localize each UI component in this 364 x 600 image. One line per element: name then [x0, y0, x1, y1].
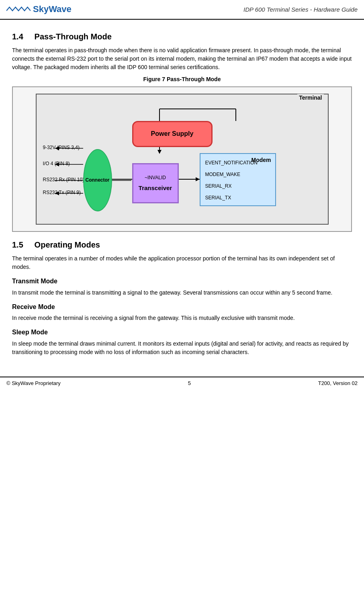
- terminal-box: Terminal: [36, 94, 329, 225]
- diagram-svg: [43, 101, 321, 217]
- pin-label-rs232tx: RS232 Tx (PIN 9): [43, 189, 81, 196]
- page-footer: © SkyWave Proprietary 5 T200, Version 02: [0, 377, 364, 389]
- pin-label-rs232rx: RS232 Rx (PIN 10): [43, 176, 84, 183]
- connector-label: Connector: [86, 177, 110, 184]
- sleep-mode-heading: Sleep Mode: [12, 328, 352, 337]
- section-1-5-body: The terminal operates in a number of mod…: [12, 254, 352, 271]
- signal-serial-tx: SERIAL_TX: [205, 195, 270, 201]
- footer-left: © SkyWave Proprietary: [6, 380, 61, 387]
- section-1-4-heading: 1.4 Pass-Through Mode: [12, 31, 352, 42]
- connector-ellipse: Connector: [83, 149, 112, 211]
- signal-serial-rx: SERIAL_RX: [205, 183, 270, 190]
- footer-center: 5: [188, 380, 191, 387]
- figure-7: Terminal: [12, 86, 352, 232]
- page-header: SkyWave IDP 600 Terminal Series - Hardwa…: [0, 0, 364, 20]
- modem-label: Modem: [252, 156, 271, 164]
- power-supply-label: Power Supply: [151, 130, 194, 137]
- modem-box: Modem EVENT_NOTIFICATION MODEM_WAKE SERI…: [200, 153, 276, 206]
- footer-right: T200, Version 02: [318, 380, 358, 387]
- transceiver-label: Transceiver: [139, 184, 172, 192]
- figure-caption: Figure 7 Pass-Through Mode: [12, 76, 352, 84]
- pin-label-io4: I/O 4 (PIN 8): [43, 160, 70, 167]
- logo: SkyWave: [6, 3, 72, 16]
- transmit-mode-body: In transmit mode the terminal is transmi…: [12, 289, 352, 297]
- page-body: 1.4 Pass-Through Mode The terminal opera…: [0, 23, 364, 369]
- receive-mode-heading: Receive Mode: [12, 303, 352, 311]
- receive-mode-body: In receive mode the terminal is receivin…: [12, 314, 352, 322]
- transceiver-invalid: ~INVALID: [145, 174, 166, 181]
- transceiver-box: ~INVALID Transceiver: [132, 163, 179, 203]
- pin-label-9-32v: 9-32V (PINS 3,4): [43, 144, 80, 151]
- svg-marker-1: [157, 150, 162, 154]
- logo-text: SkyWave: [33, 3, 72, 16]
- sleep-mode-body: In sleep mode the terminal draws minimal…: [12, 340, 352, 356]
- document-title: IDP 600 Terminal Series - Hardware Guide: [243, 5, 358, 14]
- svg-marker-15: [196, 177, 200, 181]
- power-supply-box: Power Supply: [132, 121, 213, 147]
- transmit-mode-heading: Transmit Mode: [12, 277, 352, 286]
- logo-icon: [6, 4, 31, 14]
- signal-modem-wake: MODEM_WAKE: [205, 171, 270, 178]
- section-1-5-heading: 1.5 Operating Modes: [12, 239, 352, 250]
- section-1-4-body: The terminal operates in pass-through mo…: [12, 46, 352, 72]
- modem-signals: EVENT_NOTIFICATION MODEM_WAKE SERIAL_RX …: [205, 160, 270, 201]
